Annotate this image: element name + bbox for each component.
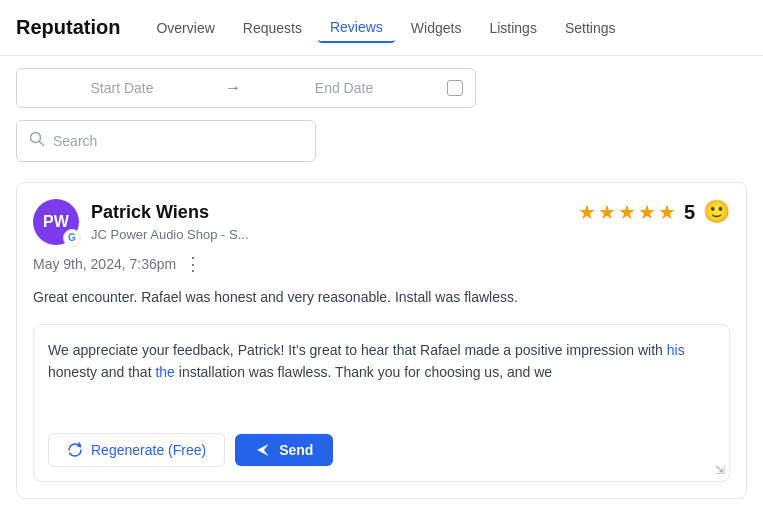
resize-handle[interactable]: ⇲ <box>715 463 725 477</box>
review-text: Great encounter. Rafael was honest and v… <box>33 287 730 308</box>
google-g-letter: G <box>68 233 76 243</box>
star-3: ★ <box>618 200 636 224</box>
regenerate-icon <box>67 442 83 458</box>
response-highlight-the: the <box>155 364 174 380</box>
reviewer-info: Patrick Wiens ★ ★ ★ ★ ★ 5 🙂 JC Power Aud <box>91 199 730 242</box>
nav-item-widgets[interactable]: Widgets <box>399 14 474 42</box>
star-1: ★ <box>578 200 596 224</box>
google-badge: G <box>63 229 81 247</box>
star-2: ★ <box>598 200 616 224</box>
date-range-filter[interactable]: Start Date → End Date <box>16 68 476 108</box>
nav-item-settings[interactable]: Settings <box>553 14 628 42</box>
send-icon <box>255 442 271 458</box>
response-part3: installation was flawless. Thank you for… <box>175 364 552 380</box>
search-container[interactable] <box>16 120 316 162</box>
date-row: May 9th, 2024, 7:36pm ⋮ <box>33 253 730 275</box>
star-5: ★ <box>658 200 676 224</box>
reviewer-name: Patrick Wiens <box>91 202 209 223</box>
start-date-placeholder: Start Date <box>29 80 215 96</box>
nav-item-requests[interactable]: Requests <box>231 14 314 42</box>
more-options-button[interactable]: ⋮ <box>184 253 203 275</box>
reviewer-shop: JC Power Audio Shop - S... <box>91 227 730 242</box>
review-card: PW G Patrick Wiens ★ ★ ★ ★ ★ <box>16 182 747 499</box>
send-button[interactable]: Send <box>235 434 333 466</box>
reviewer-header: PW G Patrick Wiens ★ ★ ★ ★ ★ <box>33 199 730 245</box>
nav-item-listings[interactable]: Listings <box>477 14 548 42</box>
response-box: We appreciate your feedback, Patrick! It… <box>33 324 730 482</box>
stars: ★ ★ ★ ★ ★ <box>578 200 676 224</box>
search-icon <box>29 131 45 151</box>
rating-row: ★ ★ ★ ★ ★ 5 🙂 <box>578 199 730 225</box>
regenerate-button[interactable]: Regenerate (Free) <box>48 433 225 467</box>
response-part1: We appreciate your feedback, Patrick! It… <box>48 342 667 358</box>
reviewer-name-row: Patrick Wiens ★ ★ ★ ★ ★ 5 🙂 <box>91 199 730 225</box>
svg-line-1 <box>40 142 44 146</box>
end-date-placeholder: End Date <box>251 80 437 96</box>
star-4: ★ <box>638 200 656 224</box>
header: Reputation Overview Requests Reviews Wid… <box>0 0 763 56</box>
nav-item-reviews[interactable]: Reviews <box>318 13 395 43</box>
rating-number: 5 <box>684 201 695 224</box>
date-range-arrow: → <box>225 79 241 97</box>
search-input[interactable] <box>53 133 303 149</box>
avatar-wrapper: PW G <box>33 199 79 245</box>
send-label: Send <box>279 442 313 458</box>
main-nav: Overview Requests Reviews Widgets Listin… <box>144 13 627 43</box>
brand-title: Reputation <box>16 16 120 39</box>
regenerate-label: Regenerate (Free) <box>91 442 206 458</box>
response-actions: Regenerate (Free) Send <box>48 433 715 467</box>
response-highlight-his: his <box>667 342 685 358</box>
response-text[interactable]: We appreciate your feedback, Patrick! It… <box>48 339 715 419</box>
smiley-icon: 🙂 <box>703 199 730 225</box>
review-date: May 9th, 2024, 7:36pm <box>33 256 176 272</box>
date-checkbox[interactable] <box>447 80 463 96</box>
main-content: Start Date → End Date PW G <box>0 56 763 515</box>
response-part2: honesty and that <box>48 364 155 380</box>
nav-item-overview[interactable]: Overview <box>144 14 226 42</box>
avatar-initials: PW <box>43 213 69 231</box>
